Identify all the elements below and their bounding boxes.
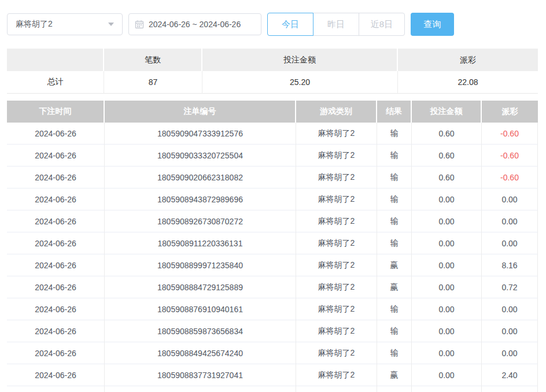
cell-game-type: 麻将胡了2 [296,276,377,298]
cell-result: 输 [377,188,412,210]
cell-order-id: 1805908926730870272 [105,210,296,232]
cell-order-id: 1805908899971235840 [105,254,296,276]
cell-result [377,386,412,392]
cell-result: 赢 [377,276,412,298]
cell-bet-amount: 0.00 [412,232,482,254]
cell-game-type: 麻将胡了2 [296,167,377,188]
cell-order-id: 1805909020662318082 [105,167,296,188]
query-button[interactable]: 查询 [411,13,454,36]
summary-total-payout: 22.08 [398,71,538,94]
cell-result: 输 [377,320,412,342]
cell-game-type: 麻将胡了2 [296,342,377,364]
last-8-days-button[interactable]: 近8日 [359,13,405,36]
header-bet-time: 下注时间 [7,101,105,123]
cell-bet-time: 2024-06-26 [7,342,105,364]
table-row: 2024-06-26 1805908837731927041 麻将胡了2 赢 0… [7,364,538,386]
cell-order-id: 1805908849425674240 [105,342,296,364]
cell-result: 赢 [377,364,412,386]
header-order-id: 注单编号 [105,101,296,123]
cell-bet-amount: 0.00 [412,210,482,232]
summary-total-count: 87 [104,71,202,94]
summary-header-row: 笔数 投注金额 派彩 [7,49,538,71]
cell-order-id: 1805909047333912576 [105,123,296,145]
cell-order-id: 1805908943872989696 [105,188,296,210]
yesterday-button[interactable]: 昨日 [313,13,359,36]
cell-payout [482,386,538,392]
game-select[interactable]: 麻将胡了2 [7,13,123,35]
cell-result: 输 [377,298,412,320]
cell-payout: 0.00 [482,188,538,210]
summary-total-bet-amount: 25.20 [202,71,398,94]
cell-bet-amount: 0.00 [412,188,482,210]
summary-table: 笔数 投注金额 派彩 总计 87 25.20 22.08 [7,49,538,94]
bet-table: 下注时间 注单编号 游戏类别 结果 投注金额 派彩 2024-06-26 180… [7,101,538,392]
cell-payout: 0.72 [482,276,538,298]
cell-game-type: 麻将胡了2 [296,320,377,342]
game-select-value: 麻将胡了2 [16,19,53,29]
cell-bet-time: 2024-06-26 [7,188,105,210]
cell-bet-time: 2024-06-26 [7,320,105,342]
cell-bet-amount: 0.00 [412,276,482,298]
cell-payout: 0.00 [482,232,538,254]
summary-total-label: 总计 [7,71,104,94]
cell-payout: 0.00 [482,342,538,364]
date-range-picker[interactable]: 2024-06-26 ~ 2024-06-26 [128,13,261,35]
cell-bet-time: 2024-06-26 [7,364,105,386]
cell-payout: 2.40 [482,364,538,386]
cell-bet-amount [412,386,482,392]
cell-bet-amount: 0.00 [412,298,482,320]
table-row: 2024-06-26 1805908876910940161 麻将胡了2 输 0… [7,298,538,320]
cell-result: 输 [377,123,412,145]
bet-table-body: 2024-06-26 1805909047333912576 麻将胡了2 输 0… [7,123,538,392]
cell-order-id: 1805908859873656834 [105,320,296,342]
table-row: 2024-06-26 1805909033320725504 麻将胡了2 输 0… [7,145,538,167]
cell-order-id [105,386,296,392]
table-row: 2024-06-26 1805909047333912576 麻将胡了2 输 0… [7,123,538,145]
cell-result: 输 [377,342,412,364]
cell-result: 输 [377,167,412,188]
cell-bet-amount: 0.60 [412,145,482,167]
quick-range-group: 今日 昨日 近8日 [267,13,405,36]
cell-game-type: 麻将胡了2 [296,188,377,210]
cell-bet-amount: 0.60 [412,123,482,145]
filter-toolbar: 麻将胡了2 2024-06-26 ~ 2024-06-26 今日 昨日 近8日 … [7,13,454,36]
cell-result: 输 [377,145,412,167]
chevron-down-icon [108,23,114,26]
summary-header-bet-amount: 投注金额 [202,49,398,71]
cell-result: 输 [377,232,412,254]
table-row: 2024-06-26 1805909020662318082 麻将胡了2 输 0… [7,167,538,188]
cell-order-id: 1805908876910940161 [105,298,296,320]
cell-game-type: 麻将胡了2 [296,210,377,232]
cell-bet-time: 2024-06-26 [7,232,105,254]
cell-bet-time: 2024-06-26 [7,254,105,276]
today-button[interactable]: 今日 [267,13,313,36]
cell-payout: -0.60 [482,145,538,167]
cell-payout: -0.60 [482,123,538,145]
cell-payout: -0.60 [482,167,538,188]
cell-game-type: 麻将胡了2 [296,298,377,320]
cell-payout: 0.00 [482,210,538,232]
cell-bet-time: 2024-06-26 [7,210,105,232]
cell-game-type: 麻将胡了2 [296,232,377,254]
cell-bet-time: 2024-06-26 [7,145,105,167]
cell-bet-time: 2024-06-26 [7,123,105,145]
bet-table-header-row: 下注时间 注单编号 游戏类别 结果 投注金额 派彩 [7,101,538,123]
cell-bet-time: 2024-06-26 [7,167,105,188]
table-row: 2024-06-26 1805908884729125889 麻将胡了2 赢 0… [7,276,538,298]
cell-result: 赢 [377,254,412,276]
cell-game-type: 麻将胡了2 [296,145,377,167]
cell-order-id: 1805908911220336131 [105,232,296,254]
table-row: 2024-06-26 1805908859873656834 麻将胡了2 输 0… [7,320,538,342]
cell-bet-amount: 0.00 [412,342,482,364]
cell-bet-time [7,386,105,392]
cell-result: 输 [377,210,412,232]
table-row: 2024-06-26 1805908899971235840 麻将胡了2 赢 0… [7,254,538,276]
cell-game-type: 麻将胡了2 [296,123,377,145]
summary-header-payout: 派彩 [398,49,538,71]
summary-header-count: 笔数 [104,49,202,71]
cell-payout: 0.00 [482,298,538,320]
header-game-type: 游戏类别 [296,101,377,123]
header-payout: 派彩 [482,101,538,123]
summary-header-empty [7,49,104,71]
cell-bet-time: 2024-06-26 [7,298,105,320]
